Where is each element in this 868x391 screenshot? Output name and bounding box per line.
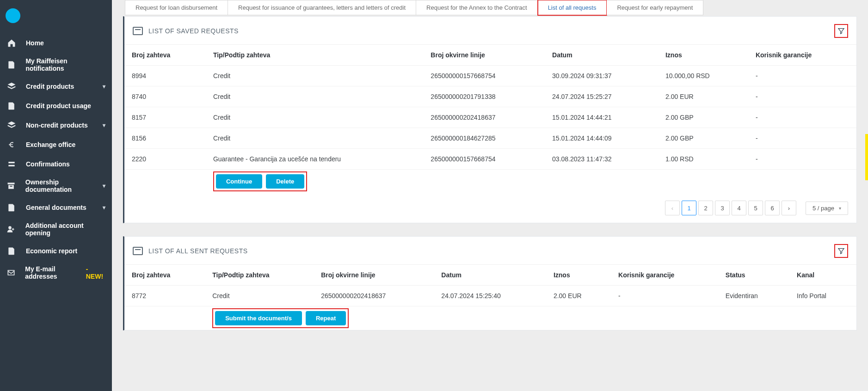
- saved-action-row: ContinueDelete: [124, 170, 856, 194]
- sidebar-item-economic-report[interactable]: Economic report: [0, 241, 112, 261]
- column-header[interactable]: Status: [718, 265, 789, 286]
- saved-requests-header: LIST OF SAVED REQUESTS: [124, 17, 856, 44]
- table-cell: 2.00 GBP: [658, 107, 748, 128]
- table-cell: 03.08.2023 11:47:32: [545, 149, 658, 170]
- sidebar-item-exchange-office[interactable]: Exchange office: [0, 135, 112, 154]
- pager-page-4[interactable]: 4: [732, 201, 746, 215]
- table-cell: Credit: [205, 286, 314, 306]
- table-cell: 265000000157668754: [423, 66, 545, 86]
- scroll-indicator: [865, 134, 868, 180]
- column-header[interactable]: Broj okvirne linije: [314, 265, 434, 286]
- sidebar-item-home[interactable]: Home: [0, 33, 112, 53]
- doc-icon: [6, 101, 17, 111]
- filter-icon: [837, 247, 845, 255]
- filter-button[interactable]: [834, 244, 848, 258]
- table-cell: 265000000202418637: [423, 107, 545, 128]
- column-header[interactable]: Kanal: [789, 265, 856, 286]
- currency-icon: [6, 159, 17, 169]
- pager-page-6[interactable]: 6: [765, 201, 780, 215]
- pager-perpage-label: 5 / page: [813, 205, 834, 212]
- sidebar-item-credit-products[interactable]: Credit products▾: [0, 77, 112, 96]
- table-cell: -: [748, 128, 856, 149]
- pager-page-1[interactable]: 1: [682, 201, 696, 215]
- column-header[interactable]: Broj zahteva: [124, 45, 206, 66]
- delete-button[interactable]: Delete: [266, 174, 304, 189]
- pager-page-5[interactable]: 5: [748, 201, 763, 215]
- column-header[interactable]: Korisnik garancije: [748, 45, 856, 66]
- sidebar-item-general-documents[interactable]: General documents▾: [0, 198, 112, 217]
- tab-request-for-the-annex-to-the-contract[interactable]: Request for the Annex to the Contract: [416, 0, 538, 15]
- repeat-button[interactable]: Repeat: [306, 311, 346, 325]
- sent-requests-title: LIST OF ALL SENT REQUESTS: [148, 247, 248, 255]
- table-cell: 10.000,00 RSD: [658, 66, 748, 86]
- table-cell: 265000000157668754: [423, 149, 545, 170]
- table-cell: 1.00 RSD: [658, 149, 748, 170]
- column-header[interactable]: Broj zahteva: [124, 265, 205, 286]
- saved-table-body: 8994Credit26500000015766875430.09.2024 0…: [124, 66, 856, 194]
- pager-next[interactable]: ›: [782, 201, 796, 215]
- sent-requests-header: LIST OF ALL SENT REQUESTS: [124, 237, 856, 264]
- pager-prev[interactable]: ‹: [665, 201, 680, 215]
- sidebar-item-my-raiffeisen-notifications[interactable]: My Raiffeisen notifications: [0, 53, 112, 77]
- table-cell: 8772: [124, 286, 205, 306]
- column-header[interactable]: Datum: [434, 265, 546, 286]
- pager-page-3[interactable]: 3: [715, 201, 730, 215]
- sent-requests-card: LIST OF ALL SENT REQUESTS Broj zahtevaTi…: [123, 236, 857, 330]
- sidebar-item-non-credit-products[interactable]: Non-credit products▾: [0, 116, 112, 135]
- table-cell: 30.09.2024 09:31:37: [545, 66, 658, 86]
- submit-documents-button[interactable]: Submit the document/s: [215, 311, 302, 325]
- sidebar-item-my-e-mail-addresses[interactable]: My E-mail addresses - NEW!: [0, 261, 112, 285]
- table-cell: 24.07.2024 15:25:27: [545, 86, 658, 107]
- table-row[interactable]: 2220Guarantee - Garancija za ucešće na t…: [124, 149, 856, 170]
- table-cell: 8157: [124, 107, 206, 128]
- sidebar-item-confirmations[interactable]: Confirmations: [0, 154, 112, 174]
- table-row[interactable]: 8157Credit26500000020241863715.01.2024 1…: [124, 107, 856, 128]
- pager-perpage[interactable]: 5 / page▾: [806, 202, 848, 215]
- euro-icon: [6, 140, 17, 150]
- chevron-down-icon: ▾: [839, 206, 841, 211]
- column-header[interactable]: Iznos: [658, 45, 748, 66]
- chevron-down-icon: ▾: [103, 122, 105, 128]
- column-header[interactable]: Tip/Podtip zahteva: [205, 265, 314, 286]
- sidebar-item-ownership-documentation[interactable]: Ownership documentation▾: [0, 174, 112, 198]
- sent-action-row: Submit the document/sRepeat: [124, 306, 856, 330]
- saved-table-header-row: Broj zahtevaTip/Podtip zahtevaBroj okvir…: [124, 45, 856, 66]
- pager-page-2[interactable]: 2: [698, 201, 713, 215]
- tab-list-of-all-requests[interactable]: List of all requests: [538, 0, 607, 15]
- tab-request-for-loan-disbursement[interactable]: Request for loan disbursement: [125, 0, 228, 15]
- sidebar-item-additional-account-opening[interactable]: Additional account opening: [0, 217, 112, 241]
- sidebar-item-label: Ownership documentation: [25, 178, 103, 193]
- main-content: Request for loan disbursementRequest for…: [112, 0, 868, 391]
- sent-actions-highlight: Submit the document/sRepeat: [212, 308, 349, 328]
- table-cell: 8740: [124, 86, 206, 107]
- table-cell: 265000000184627285: [423, 128, 545, 149]
- continue-button[interactable]: Continue: [216, 174, 262, 189]
- sidebar-item-label: Home: [26, 39, 44, 47]
- table-cell: Guarantee - Garancija za ucešće na tende…: [206, 149, 423, 170]
- table-cell: Credit: [206, 107, 423, 128]
- saved-requests-card: LIST OF SAVED REQUESTS Broj zahtevaTip/P…: [123, 16, 857, 223]
- column-header[interactable]: Korisnik garancije: [611, 265, 718, 286]
- table-cell: 15.01.2024 14:44:09: [545, 128, 658, 149]
- saved-actions-highlight: ContinueDelete: [213, 171, 307, 191]
- table-cell: 15.01.2024 14:44:21: [545, 107, 658, 128]
- table-cell: -: [748, 149, 856, 170]
- tab-request-for-issuance-of-guarantees-letters-and-letters-of-credit[interactable]: Request for issuance of guarantees, lett…: [228, 0, 416, 15]
- table-cell: -: [748, 86, 856, 107]
- sidebar-nav: HomeMy Raiffeisen notificationsCredit pr…: [0, 33, 112, 285]
- column-header[interactable]: Datum: [545, 45, 658, 66]
- sidebar-item-credit-product-usage[interactable]: Credit product usage: [0, 96, 112, 116]
- table-row[interactable]: 8994Credit26500000015766875430.09.2024 0…: [124, 66, 856, 86]
- table-row[interactable]: 8740Credit26500000020179133824.07.2024 1…: [124, 86, 856, 107]
- sent-requests-table: Broj zahtevaTip/Podtip zahtevaBroj okvir…: [124, 264, 856, 330]
- column-header[interactable]: Iznos: [546, 265, 611, 286]
- user-plus-icon: [6, 224, 16, 234]
- tab-request-for-early-repayment[interactable]: Request for early repayment: [607, 0, 703, 15]
- table-row[interactable]: 8772Credit26500000020241863724.07.2024 1…: [124, 286, 856, 306]
- table-cell: 2.00 EUR: [546, 286, 611, 306]
- filter-button[interactable]: [834, 24, 848, 38]
- column-header[interactable]: Broj okvirne linije: [423, 45, 545, 66]
- new-badge: - NEW!: [86, 265, 105, 280]
- column-header[interactable]: Tip/Podtip zahteva: [206, 45, 423, 66]
- table-row[interactable]: 8156Credit26500000018462728515.01.2024 1…: [124, 128, 856, 149]
